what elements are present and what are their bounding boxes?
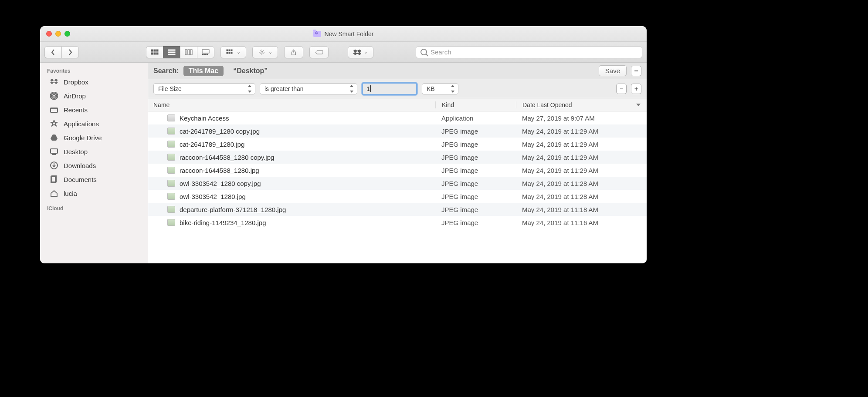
chevron-left-icon bbox=[49, 49, 57, 55]
column-name[interactable]: Name bbox=[148, 101, 435, 108]
close-icon[interactable] bbox=[46, 31, 52, 37]
sidebar-item-applications[interactable]: Applications bbox=[40, 117, 148, 131]
sidebar-item-downloads[interactable]: Downloads bbox=[40, 158, 148, 172]
file-date: May 24, 2019 at 11:28 AM bbox=[516, 180, 647, 187]
file-kind: JPEG image bbox=[435, 141, 516, 148]
main-content: Search: This Mac “Desktop” Save − File S… bbox=[148, 63, 647, 263]
sidebar-item-google-drive[interactable]: Google Drive bbox=[40, 131, 148, 145]
file-date: May 24, 2019 at 11:29 AM bbox=[516, 141, 647, 148]
toolbar: ⌄ ⌄ ⌄ bbox=[40, 42, 647, 63]
svg-rect-5 bbox=[156, 53, 158, 54]
svg-rect-2 bbox=[156, 50, 158, 51]
table-row[interactable]: Keychain AccessApplicationMay 27, 2019 a… bbox=[148, 111, 647, 124]
file-icon bbox=[167, 114, 175, 121]
tags-button[interactable] bbox=[309, 46, 329, 58]
share-button[interactable] bbox=[284, 46, 303, 58]
table-row[interactable]: bike-riding-1149234_1280.jpgJPEG imageMa… bbox=[148, 216, 647, 229]
save-button[interactable]: Save bbox=[599, 65, 627, 76]
group-by-button[interactable]: ⌄ bbox=[220, 46, 246, 58]
column-kind[interactable]: Kind bbox=[435, 101, 516, 108]
criteria-attribute[interactable]: File Size bbox=[153, 83, 255, 94]
tag-icon bbox=[315, 49, 323, 55]
view-list-button[interactable] bbox=[163, 46, 180, 58]
criteria-value: 1 bbox=[366, 85, 370, 92]
svg-rect-11 bbox=[190, 50, 192, 55]
svg-rect-12 bbox=[202, 50, 209, 53]
gear-icon bbox=[258, 49, 266, 55]
view-icons-button[interactable] bbox=[146, 46, 163, 58]
table-row[interactable]: owl-3303542_1280.jpgJPEG imageMay 24, 20… bbox=[148, 190, 647, 203]
minimize-icon[interactable] bbox=[55, 31, 61, 37]
scope-desktop[interactable]: “Desktop” bbox=[228, 66, 273, 76]
zoom-icon[interactable] bbox=[64, 31, 70, 37]
file-icon bbox=[167, 193, 175, 200]
svg-point-24 bbox=[53, 94, 55, 97]
file-name: raccoon-1644538_1280 copy.jpg bbox=[180, 154, 274, 161]
svg-rect-19 bbox=[227, 52, 228, 54]
view-gallery-button[interactable] bbox=[197, 46, 214, 58]
file-icon bbox=[167, 167, 175, 174]
search-label: Search: bbox=[153, 67, 179, 75]
column-date-label: Date Last Opened bbox=[522, 101, 572, 108]
add-criteria-button[interactable]: + bbox=[631, 84, 641, 94]
svg-rect-10 bbox=[188, 50, 190, 55]
file-kind: JPEG image bbox=[435, 193, 516, 200]
dropbox-menu-button[interactable]: ⌄ bbox=[348, 46, 373, 58]
applications-icon bbox=[50, 120, 58, 128]
sidebar-item-desktop[interactable]: Desktop bbox=[40, 145, 148, 158]
svg-rect-7 bbox=[168, 52, 175, 53]
action-menu-button[interactable]: ⌄ bbox=[252, 46, 278, 58]
criteria-operator[interactable]: is greater than bbox=[260, 83, 357, 94]
svg-rect-9 bbox=[185, 50, 187, 55]
sidebar-item-lucia[interactable]: lucia bbox=[40, 186, 148, 200]
back-button[interactable] bbox=[44, 46, 61, 58]
chevron-down-icon: ⌄ bbox=[237, 49, 241, 55]
file-icon bbox=[167, 206, 175, 213]
results-list[interactable]: Keychain AccessApplicationMay 27, 2019 a… bbox=[148, 111, 647, 229]
table-row[interactable]: raccoon-1644538_1280 copy.jpgJPEG imageM… bbox=[148, 151, 647, 164]
remove-criteria-button[interactable]: − bbox=[616, 84, 627, 94]
sidebar-item-airdrop[interactable]: AirDrop bbox=[40, 89, 148, 103]
scope-this-mac[interactable]: This Mac bbox=[183, 66, 224, 76]
file-name: owl-3303542_1280.jpg bbox=[180, 193, 246, 200]
file-kind: JPEG image bbox=[435, 206, 516, 213]
file-name: Keychain Access bbox=[180, 114, 229, 122]
file-kind: JPEG image bbox=[435, 180, 516, 187]
file-date: May 27, 2019 at 9:07 AM bbox=[516, 114, 647, 122]
finder-window: New Smart Folder bbox=[40, 26, 647, 263]
sidebar-item-dropbox[interactable]: Dropbox bbox=[40, 75, 148, 89]
view-columns-button[interactable] bbox=[180, 46, 197, 58]
table-row[interactable]: raccoon-1644538_1280.jpgJPEG imageMay 24… bbox=[148, 164, 647, 177]
file-kind: Application bbox=[435, 114, 516, 122]
svg-rect-16 bbox=[227, 50, 228, 51]
sidebar-item-documents[interactable]: Documents bbox=[40, 172, 148, 186]
column-date[interactable]: Date Last Opened bbox=[516, 101, 647, 108]
documents-icon bbox=[50, 175, 58, 183]
criteria-row: File Size is greater than 1 KB bbox=[148, 79, 647, 98]
sidebar-item-label: lucia bbox=[64, 190, 77, 197]
file-name: cat-2641789_1280.jpg bbox=[180, 141, 244, 148]
sidebar: Favorites DropboxAirDropRecentsApplicati… bbox=[40, 63, 148, 263]
remove-search-button[interactable]: − bbox=[631, 66, 641, 76]
chevron-down-icon bbox=[636, 104, 641, 106]
criteria-unit[interactable]: KB bbox=[422, 83, 458, 94]
chevron-down-icon: ⌄ bbox=[364, 49, 368, 55]
criteria-value-input[interactable]: 1 bbox=[362, 82, 417, 95]
forward-button[interactable] bbox=[61, 46, 79, 58]
table-row[interactable]: owl-3303542_1280 copy.jpgJPEG imageMay 2… bbox=[148, 177, 647, 190]
svg-point-22 bbox=[261, 51, 263, 53]
svg-rect-13 bbox=[202, 54, 203, 55]
criteria-operator-value: is greater than bbox=[264, 85, 304, 92]
svg-rect-15 bbox=[207, 54, 208, 55]
sidebar-item-recents[interactable]: Recents bbox=[40, 103, 148, 117]
svg-rect-29 bbox=[51, 149, 58, 153]
table-row[interactable]: departure-platform-371218_1280.jpgJPEG i… bbox=[148, 203, 647, 216]
sidebar-item-label: Desktop bbox=[64, 148, 88, 155]
file-kind: JPEG image bbox=[435, 167, 516, 174]
table-row[interactable]: cat-2641789_1280 copy.jpgJPEG imageMay 2… bbox=[148, 124, 647, 138]
table-row[interactable]: cat-2641789_1280.jpgJPEG imageMay 24, 20… bbox=[148, 138, 647, 151]
sidebar-item-label: Dropbox bbox=[64, 78, 88, 86]
gdrive-icon bbox=[50, 134, 58, 141]
svg-rect-14 bbox=[204, 54, 206, 55]
search-input[interactable]: Search bbox=[416, 46, 642, 58]
